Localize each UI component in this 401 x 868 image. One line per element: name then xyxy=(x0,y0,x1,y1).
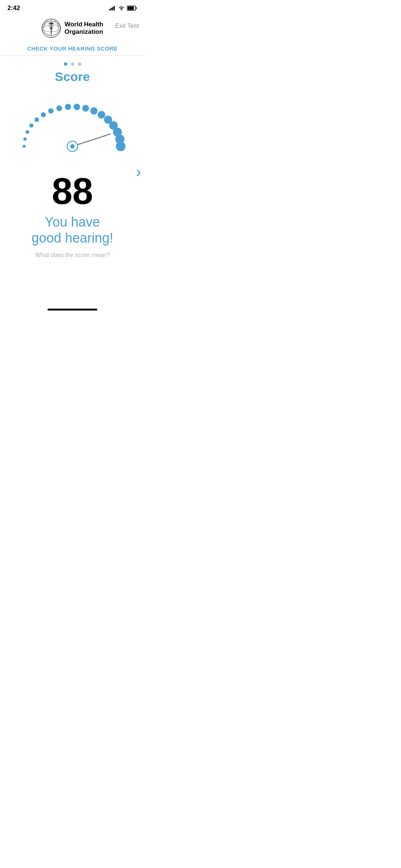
signal-icon xyxy=(109,6,116,10)
score-desc-line2: good hearing! xyxy=(32,230,113,246)
next-arrow-button[interactable]: › xyxy=(136,163,141,181)
exit-test-button[interactable]: Exit Test xyxy=(115,22,139,30)
score-description: You have good hearing! xyxy=(32,214,113,246)
who-name-line1: World Health xyxy=(65,21,104,28)
who-emblem xyxy=(42,19,61,38)
svg-rect-7 xyxy=(128,7,134,10)
score-label: Score xyxy=(55,69,90,84)
status-bar: 2:42 xyxy=(0,0,145,15)
header: World Health Organization CHECK YOUR HEA… xyxy=(0,15,145,52)
who-name-line2: Organization xyxy=(65,28,103,36)
who-text: World Health Organization xyxy=(65,21,104,36)
svg-rect-2 xyxy=(112,7,113,10)
pagination xyxy=(64,62,81,66)
battery-icon xyxy=(127,6,137,11)
svg-rect-3 xyxy=(114,6,115,10)
gauge-container xyxy=(17,87,128,157)
header-divider xyxy=(0,55,145,56)
home-indicator xyxy=(48,309,97,311)
score-desc-line1: You have xyxy=(32,214,113,230)
svg-rect-0 xyxy=(109,9,110,10)
svg-point-5 xyxy=(121,9,122,10)
wifi-icon xyxy=(118,6,125,11)
svg-rect-4 xyxy=(115,6,116,7)
status-icons xyxy=(109,6,137,11)
svg-rect-1 xyxy=(111,8,112,10)
pagination-dot-2 xyxy=(71,62,74,66)
pagination-dot-3 xyxy=(78,62,81,66)
page-title: CHECK YOUR HEARING SCORE xyxy=(7,42,137,52)
who-logo: World Health Organization xyxy=(42,19,104,38)
pagination-dot-1 xyxy=(64,62,67,66)
status-time: 2:42 xyxy=(7,4,20,12)
score-meaning: What does the score mean? xyxy=(35,252,110,259)
score-number: 88 xyxy=(52,172,93,209)
gauge-canvas xyxy=(17,87,128,157)
